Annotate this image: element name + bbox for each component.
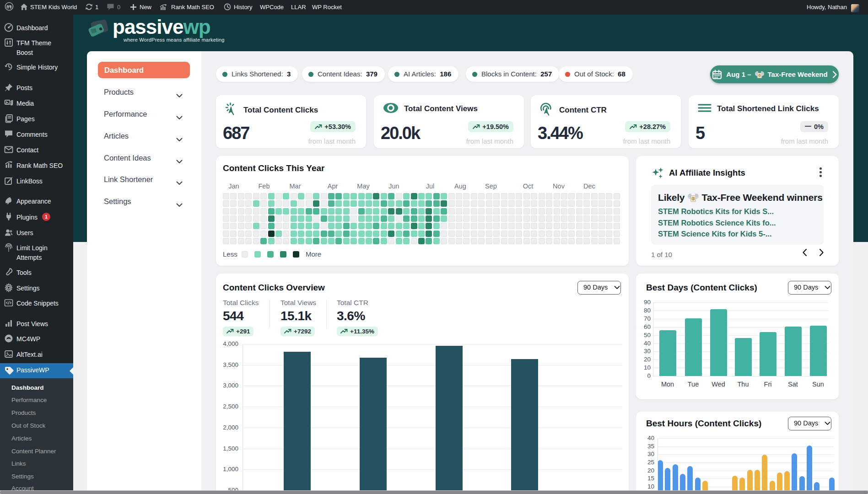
- svg-text:$: $: [692, 197, 694, 201]
